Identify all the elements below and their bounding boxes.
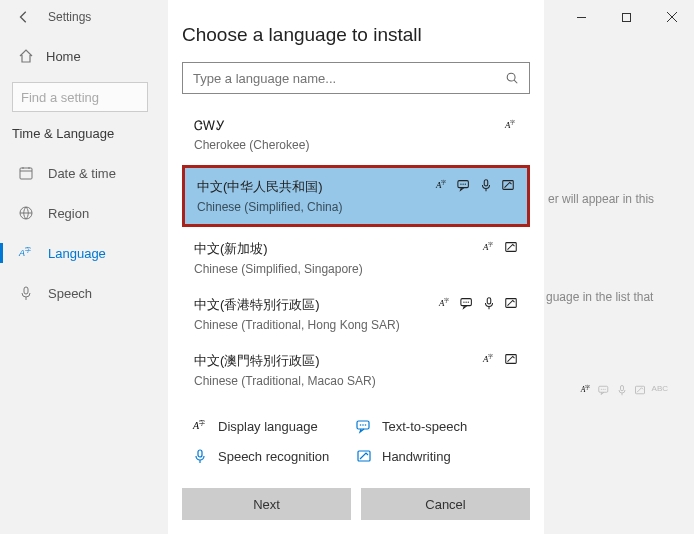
bg-feature-icons: ABC — [580, 384, 668, 396]
language-native-name: 中文(澳門特別行政區) — [194, 352, 518, 370]
nav-speech[interactable]: Speech — [0, 273, 160, 313]
feature-legend: Display language Text-to-speech Speech r… — [182, 418, 530, 464]
legend-label: Display language — [218, 419, 318, 434]
svg-text:A: A — [18, 248, 25, 258]
handwriting-icon — [356, 448, 372, 464]
language-item[interactable]: 中文(澳門特別行政區)Chinese (Traditional, Macao S… — [182, 342, 530, 398]
handwriting-icon — [501, 178, 515, 192]
display-language-icon — [438, 296, 452, 310]
find-setting-placeholder: Find a setting — [21, 90, 99, 105]
svg-text:字: 字 — [25, 246, 31, 253]
language-item[interactable]: 中文(中华人民共和国)Chinese (Simplified, China) — [182, 165, 530, 227]
home-nav[interactable]: Home — [0, 34, 160, 78]
bg-text-1: er will appear in this — [548, 192, 654, 206]
find-setting-input[interactable]: Find a setting — [12, 82, 148, 112]
language-search-input[interactable] — [193, 71, 505, 86]
speech-recognition-icon — [192, 448, 208, 464]
maximize-button[interactable] — [604, 0, 649, 34]
svg-rect-14 — [24, 287, 28, 294]
text-to-speech-icon — [457, 178, 471, 192]
microphone-icon — [18, 285, 34, 301]
nav-label: Speech — [48, 286, 92, 301]
language-item[interactable]: 中文(新加坡)Chinese (Simplified, Singapore) — [182, 230, 530, 286]
svg-rect-9 — [623, 13, 631, 21]
handwriting-icon — [504, 296, 518, 310]
nav-region[interactable]: Region — [0, 193, 160, 233]
language-native-name: 中文(新加坡) — [194, 240, 518, 258]
nav-language[interactable]: A字 Language — [0, 233, 160, 273]
display-language-icon — [482, 240, 496, 254]
globe-icon — [18, 205, 34, 221]
section-header: Time & Language — [0, 126, 160, 153]
legend-display: Display language — [192, 418, 356, 434]
language-feature-icons — [435, 178, 515, 192]
home-label: Home — [46, 49, 81, 64]
display-language-icon — [192, 418, 208, 434]
display-language-icon — [482, 352, 496, 366]
minimize-button[interactable] — [559, 0, 604, 34]
display-language-icon — [504, 118, 518, 132]
nav-label: Language — [48, 246, 106, 261]
legend-tts: Text-to-speech — [356, 418, 520, 434]
close-button[interactable] — [649, 0, 694, 34]
sidebar: Home Find a setting Time & Language Date… — [0, 34, 160, 313]
language-search[interactable] — [182, 62, 530, 94]
language-item[interactable]: 中文(香港特別行政區)Chinese (Traditional, Hong Ko… — [182, 286, 530, 342]
language-native-name: ᏣᎳᎩ — [194, 118, 518, 134]
install-language-dialog: Choose a language to install ᏣᎳᎩCherokee… — [168, 0, 544, 534]
nav-label: Region — [48, 206, 89, 221]
next-button[interactable]: Next — [182, 488, 351, 520]
nav-date-time[interactable]: Date & time — [0, 153, 160, 193]
handwriting-icon — [504, 240, 518, 254]
language-english-name: Chinese (Simplified, China) — [197, 200, 515, 214]
language-feature-icons — [438, 296, 518, 310]
nav-label: Date & time — [48, 166, 116, 181]
legend-speech: Speech recognition — [192, 448, 356, 464]
language-feature-icons — [504, 118, 518, 132]
svg-rect-10 — [20, 168, 32, 179]
dialog-title: Choose a language to install — [182, 24, 530, 46]
display-language-icon — [435, 178, 449, 192]
text-to-speech-icon — [356, 418, 372, 434]
home-icon — [18, 48, 34, 64]
search-icon — [505, 71, 519, 85]
cancel-button[interactable]: Cancel — [361, 488, 530, 520]
language-english-name: Cherokee (Cherokee) — [194, 138, 518, 152]
clock-icon — [18, 165, 34, 181]
language-item[interactable]: ᏣᎳᎩCherokee (Cherokee) — [182, 108, 530, 162]
legend-handwriting: Handwriting — [356, 448, 520, 464]
language-feature-icons — [482, 240, 518, 254]
speech-recognition-icon — [482, 296, 496, 310]
legend-label: Speech recognition — [218, 449, 329, 464]
language-english-name: Chinese (Traditional, Macao SAR) — [194, 374, 518, 388]
legend-label: Handwriting — [382, 449, 451, 464]
language-icon: A字 — [18, 245, 34, 261]
language-english-name: Chinese (Simplified, Singapore) — [194, 262, 518, 276]
language-english-name: Chinese (Traditional, Hong Kong SAR) — [194, 318, 518, 332]
speech-recognition-icon — [479, 178, 493, 192]
language-feature-icons — [482, 352, 518, 366]
legend-label: Text-to-speech — [382, 419, 467, 434]
bg-text-2: guage in the list that — [546, 290, 653, 304]
handwriting-icon — [504, 352, 518, 366]
app-title: Settings — [48, 10, 91, 24]
language-list: ᏣᎳᎩCherokee (Cherokee)中文(中华人民共和国)Chinese… — [182, 108, 530, 398]
back-button[interactable] — [0, 0, 48, 34]
text-to-speech-icon — [460, 296, 474, 310]
